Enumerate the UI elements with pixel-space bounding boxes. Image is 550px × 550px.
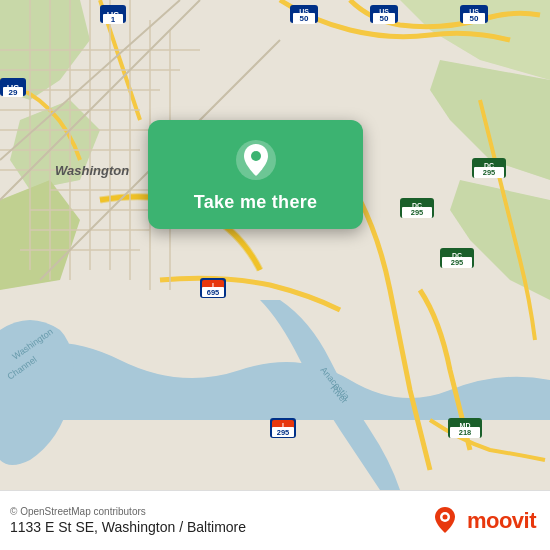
- location-popup[interactable]: Take me there: [148, 120, 363, 229]
- svg-text:295: 295: [411, 208, 424, 217]
- moovit-logo[interactable]: moovit: [429, 505, 536, 537]
- svg-text:295: 295: [277, 428, 290, 437]
- address-text: 1133 E St SE, Washington / Baltimore: [10, 519, 246, 535]
- moovit-label: moovit: [467, 508, 536, 534]
- bottom-bar: © OpenStreetMap contributors 1133 E St S…: [0, 490, 550, 550]
- svg-text:29: 29: [9, 88, 18, 97]
- map-container: US 1 US 29 US 50 US 50 US 50 I 395 I 695: [0, 0, 550, 490]
- svg-text:695: 695: [207, 288, 220, 297]
- svg-text:218: 218: [459, 428, 472, 437]
- svg-text:50: 50: [300, 14, 309, 23]
- svg-point-86: [251, 151, 261, 161]
- svg-text:295: 295: [451, 258, 464, 267]
- svg-text:1: 1: [111, 15, 116, 24]
- address-section: © OpenStreetMap contributors 1133 E St S…: [10, 506, 246, 535]
- moovit-icon: [429, 505, 461, 537]
- svg-text:50: 50: [470, 14, 479, 23]
- map-background: US 1 US 29 US 50 US 50 US 50 I 395 I 695: [0, 0, 550, 490]
- take-me-there-button[interactable]: Take me there: [194, 192, 318, 213]
- location-pin-icon: [234, 138, 278, 182]
- svg-point-88: [442, 514, 447, 519]
- svg-text:Washington: Washington: [55, 163, 129, 178]
- copyright-text: © OpenStreetMap contributors: [10, 506, 246, 517]
- svg-text:295: 295: [483, 168, 496, 177]
- svg-text:50: 50: [380, 14, 389, 23]
